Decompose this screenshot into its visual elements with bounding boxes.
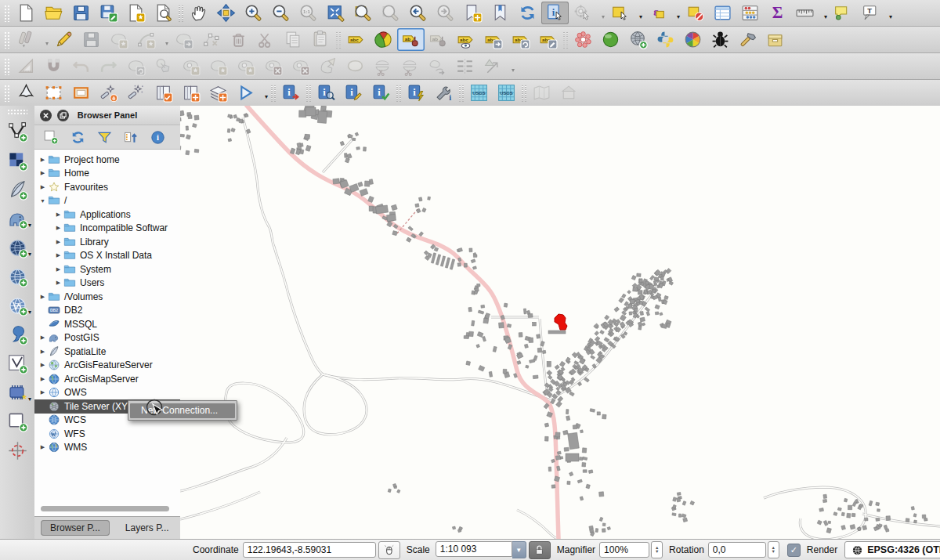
- tree-item-spatialite[interactable]: ▶SpatiaLite: [34, 345, 180, 359]
- save-project-button[interactable]: [67, 2, 95, 24]
- add-virtual-layer-button[interactable]: [3, 350, 31, 377]
- run-script-button[interactable]: ▾: [232, 81, 269, 104]
- tree-item-home[interactable]: ▶Home: [34, 167, 180, 181]
- rotate-label-button[interactable]: abc: [507, 28, 534, 51]
- tree-item-project-home[interactable]: ▶Project home: [34, 153, 180, 167]
- digitize-spear-button[interactable]: [13, 81, 40, 104]
- auto-fill-wand-button[interactable]: [95, 81, 122, 104]
- tree-item-mssql[interactable]: MSSQL: [34, 317, 180, 331]
- zoom-full-extent-button[interactable]: [322, 2, 349, 24]
- new-project-button[interactable]: [13, 2, 40, 24]
- expander-icon[interactable]: ▶: [38, 444, 48, 450]
- add-selected-layers-button[interactable]: [42, 128, 60, 146]
- deselect-all-button[interactable]: [682, 2, 709, 24]
- statistical-summary-button[interactable]: Σ: [764, 2, 791, 24]
- scale-combo[interactable]: 1:10 093 ▼: [436, 541, 526, 558]
- info-configure-button[interactable]: i: [430, 81, 457, 104]
- measure-button[interactable]: ▾: [791, 2, 829, 24]
- add-layer-group-button[interactable]: [204, 81, 232, 104]
- crs-status-button[interactable]: EPSG:4326 (OTF): [844, 541, 940, 558]
- zoom-in-button[interactable]: [240, 2, 267, 24]
- expander-icon[interactable]: ▶: [38, 362, 48, 368]
- coordinate-capture-button[interactable]: [3, 437, 31, 464]
- refresh-map-button[interactable]: [514, 2, 541, 24]
- expander-icon[interactable]: ▶: [38, 170, 48, 176]
- info-search-button[interactable]: i: [313, 81, 340, 104]
- usgs-topo-button[interactable]: USGS: [493, 81, 520, 104]
- expander-icon[interactable]: ▶: [38, 184, 48, 190]
- expander-icon[interactable]: ▶: [53, 211, 63, 218]
- add-wcs-layer-button[interactable]: [3, 263, 31, 290]
- magnifier-stepper[interactable]: ▲▼: [651, 541, 663, 558]
- zoom-out-button[interactable]: [267, 2, 295, 24]
- tree-item-osx-install-data[interactable]: ▶OS X Install Data: [34, 249, 180, 263]
- tree-item-library[interactable]: ▶Library: [34, 235, 180, 249]
- refresh-browser-button[interactable]: [69, 128, 86, 146]
- new-shapefile-layer-button[interactable]: [3, 408, 31, 435]
- add-spatialite-layer-button[interactable]: [3, 176, 31, 203]
- info-edit-button[interactable]: i: [340, 81, 367, 104]
- add-wms-layer-button[interactable]: ▾: [3, 234, 31, 261]
- toolbar-drag-handle[interactable]: [4, 85, 11, 102]
- toolbar-drag-handle[interactable]: [4, 5, 11, 22]
- chevron-down-icon[interactable]: ▼: [512, 541, 526, 558]
- select-region-button[interactable]: [40, 81, 67, 104]
- plugin-web-button[interactable]: [624, 28, 652, 51]
- expander-icon[interactable]: ▶: [53, 239, 63, 245]
- plugin-color-wheel-button[interactable]: [679, 28, 707, 51]
- show-bookmarks-button[interactable]: [486, 2, 514, 24]
- add-vector-layer-button[interactable]: [3, 118, 31, 145]
- expander-icon[interactable]: ▶: [53, 225, 63, 231]
- properties-widget-button[interactable]: i: [149, 128, 166, 146]
- expander-icon[interactable]: ▶: [38, 349, 48, 355]
- text-annotation-button[interactable]: T▾: [856, 2, 894, 24]
- lock-scale-button[interactable]: [529, 541, 551, 559]
- show-hide-labels-button[interactable]: abc: [452, 28, 479, 51]
- open-attribute-table-button[interactable]: [709, 2, 736, 24]
- tree-item-favourites[interactable]: ▶Favourites: [34, 180, 180, 194]
- identify-features-button[interactable]: i: [541, 2, 569, 24]
- tree-item-wfs[interactable]: WFS: [34, 427, 180, 441]
- menu-item-new-connection[interactable]: New Connection...: [130, 403, 235, 418]
- zoom-to-layer-button[interactable]: [349, 2, 377, 24]
- toolbar-drag-handle[interactable]: [4, 31, 11, 49]
- tree-item-incompatible-software[interactable]: ▶Incompatible Softwar: [34, 222, 180, 236]
- select-by-expression-button[interactable]: ε▾: [644, 2, 682, 24]
- plugin-globe-button[interactable]: [597, 28, 624, 51]
- tab-browser-panel[interactable]: Browser P...: [41, 520, 110, 536]
- pan-to-selection-button[interactable]: [212, 2, 240, 24]
- filter-browser-button[interactable]: [96, 128, 113, 146]
- tree-item-wms[interactable]: ▶WMS: [34, 441, 180, 455]
- tree-item-applications[interactable]: ▶Applications: [34, 208, 180, 222]
- expander-icon[interactable]: ▶: [53, 280, 63, 286]
- composer-manager-button[interactable]: [150, 2, 177, 24]
- add-raster-layer-button[interactable]: [3, 147, 31, 174]
- expander-icon[interactable]: ▶: [38, 376, 48, 382]
- detach-panel-button[interactable]: [57, 110, 69, 121]
- render-checkbox[interactable]: ✓: [787, 544, 801, 557]
- expander-icon[interactable]: ▶: [38, 157, 48, 163]
- info-flash-button[interactable]: i: [403, 81, 430, 104]
- add-wfs-layer-button[interactable]: ▾: [3, 292, 31, 319]
- info-check-button[interactable]: i: [367, 81, 395, 104]
- expander-icon[interactable]: ▶: [53, 252, 63, 258]
- rotation-stepper[interactable]: ▲▼: [768, 541, 779, 558]
- expander-icon[interactable]: ▶: [53, 266, 63, 273]
- change-label-button[interactable]: abc: [534, 28, 562, 51]
- expander-icon[interactable]: ▶: [38, 294, 48, 300]
- tree-item-root[interactable]: ▼/: [34, 194, 180, 208]
- tree-item-arcgismapserver[interactable]: ▶ArcGisMapServer: [34, 372, 180, 386]
- save-project-as-button[interactable]: [95, 2, 122, 24]
- tree-item-system[interactable]: ▶System: [34, 262, 180, 276]
- plugin-bug-report-button[interactable]: [707, 28, 734, 51]
- new-geopackage-layer-button[interactable]: *▾: [3, 379, 31, 406]
- add-postgis-layer-button[interactable]: ▾: [3, 205, 31, 232]
- plugin-build-tools-button[interactable]: [734, 28, 761, 51]
- coordinate-input[interactable]: [243, 542, 376, 558]
- tree-item-volumes[interactable]: ▶/Volumes: [34, 290, 180, 304]
- diagram-options-button[interactable]: [370, 28, 397, 51]
- collapse-all-button[interactable]: [122, 128, 139, 146]
- label-settings-button[interactable]: abc: [342, 28, 370, 51]
- identify-forward-button[interactable]: i: [277, 81, 305, 104]
- new-bookmark-button[interactable]: [459, 2, 486, 24]
